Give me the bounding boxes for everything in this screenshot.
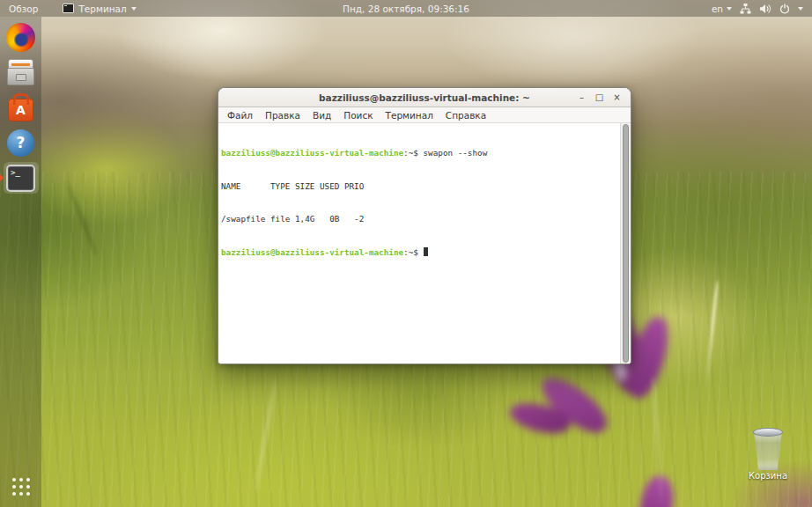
desktop: Обзор Терминал Пнд, 28 октября, 09:36:16…: [0, 0, 812, 507]
app-menu-button[interactable]: Терминал: [57, 0, 141, 17]
terminal-mini-icon: [63, 4, 74, 13]
app-menu-label: Терминал: [78, 4, 126, 14]
menu-view[interactable]: Вид: [306, 107, 337, 122]
dock-item-terminal[interactable]: [4, 162, 39, 194]
system-status-area[interactable]: en: [703, 0, 812, 17]
menu-search[interactable]: Поиск: [337, 107, 379, 122]
window-title: bazziliuss@bazziliuss-virtual-machine: ~: [218, 92, 631, 103]
grid-dot: [19, 492, 23, 496]
menu-edit[interactable]: Правка: [259, 107, 306, 122]
top-bar: Обзор Терминал Пнд, 28 октября, 09:36:16…: [0, 0, 812, 17]
terminal-output-line: NAME TYPE SIZE USED PRIO: [221, 181, 616, 193]
trash-icon: [752, 428, 784, 470]
close-button[interactable]: ×: [611, 91, 623, 104]
help-icon: [7, 129, 34, 157]
keyboard-layout-label: en: [712, 4, 723, 14]
grid-dot: [26, 485, 30, 489]
grid-dot: [26, 492, 30, 496]
clock-label: Пнд, 28 октября, 09:36:16: [343, 4, 469, 14]
grid-dot: [19, 485, 23, 489]
chevron-down-icon: [131, 7, 137, 11]
prompt-user-host: bazziliuss@bazziliuss-virtual-machine: [221, 148, 403, 158]
window-titlebar[interactable]: bazziliuss@bazziliuss-virtual-machine: ~…: [218, 88, 631, 107]
minimize-button[interactable]: –: [576, 91, 587, 104]
running-indicator: [0, 174, 4, 181]
activities-button[interactable]: Обзор: [0, 0, 47, 17]
grid-dot: [12, 478, 16, 481]
trash-label: Корзина: [744, 471, 792, 481]
volume-icon[interactable]: [759, 4, 771, 14]
terminal-output-line: /swapfile file 1,4G 0B -2: [221, 214, 616, 225]
power-icon[interactable]: [779, 4, 790, 14]
activities-label: Обзор: [9, 4, 38, 14]
files-icon: [7, 59, 34, 85]
clock-button[interactable]: Пнд, 28 октября, 09:36:16: [343, 0, 469, 17]
trash-icon-rim: [753, 428, 783, 437]
window-controls: – □ ×: [576, 91, 631, 104]
ubuntu-software-icon: [8, 99, 33, 121]
scrollbar-track[interactable]: [620, 123, 631, 364]
terminal-line-4: bazziliuss@bazziliuss-virtual-machine:~$: [221, 247, 616, 259]
dock: [0, 17, 41, 507]
terminal-screen[interactable]: bazziliuss@bazziliuss-virtual-machine:~$…: [218, 123, 631, 364]
menu-help[interactable]: Справка: [439, 107, 492, 122]
chevron-down-icon: [727, 7, 732, 11]
prompt-suffix: :~$: [403, 247, 423, 257]
terminal-cursor: [424, 247, 429, 257]
grid-dot: [12, 492, 16, 496]
dock-item-help[interactable]: [4, 127, 39, 158]
keyboard-layout-indicator[interactable]: en: [712, 4, 732, 14]
grid-dot: [19, 478, 23, 481]
network-icon[interactable]: [740, 4, 751, 14]
prompt-user-host: bazziliuss@bazziliuss-virtual-machine: [221, 247, 403, 257]
command-text: swapon --show: [424, 148, 488, 158]
maximize-button[interactable]: □: [594, 91, 605, 104]
trash-desktop-icon[interactable]: Корзина: [744, 428, 792, 481]
dock-item-firefox[interactable]: [4, 21, 39, 53]
grid-dot: [12, 485, 16, 489]
scrollbar-thumb[interactable]: [623, 124, 629, 363]
prompt-suffix: :~$: [403, 148, 423, 158]
menu-bar: Файл Правка Вид Поиск Терминал Справка: [218, 107, 631, 123]
grid-dot: [26, 478, 30, 481]
terminal-line-1: bazziliuss@bazziliuss-virtual-machine:~$…: [221, 148, 616, 159]
terminal-window: bazziliuss@bazziliuss-virtual-machine: ~…: [218, 87, 631, 364]
dock-item-files[interactable]: [4, 56, 39, 88]
trash-icon-body: [752, 431, 784, 470]
menu-terminal[interactable]: Терминал: [380, 107, 439, 122]
files-icon-folder: [11, 63, 30, 66]
firefox-icon: [6, 23, 35, 52]
show-applications-button[interactable]: [12, 478, 30, 496]
menu-file[interactable]: Файл: [221, 107, 259, 122]
terminal-icon: [6, 165, 35, 192]
files-icon-handle: [16, 74, 26, 81]
chevron-down-icon: [798, 7, 803, 11]
dock-item-ubuntu-software[interactable]: [4, 92, 39, 123]
